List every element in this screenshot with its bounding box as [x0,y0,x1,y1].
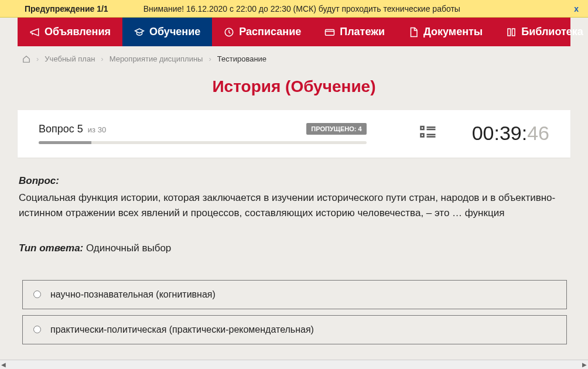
library-icon [506,27,517,37]
scroll-right-arrow[interactable]: ▶ [582,361,587,368]
question-list-button[interactable] [419,124,437,144]
home-icon[interactable] [22,55,30,63]
answer-type-value: Одиночный выбор [86,242,171,254]
status-card: Вопрос 5 из 30 ПРОПУЩЕНО: 4 00:39:46 [18,110,570,158]
timer-seconds: 46 [527,122,549,145]
breadcrumb-item[interactable]: Учебный план [45,54,95,63]
timer: 00:39:46 [472,122,549,145]
question-text: Социальная функция истории, которая закл… [19,190,570,221]
nav-library[interactable]: Библиотека [494,18,588,46]
answer-type: Тип ответа: Одиночный выбор [19,242,570,254]
list-icon [419,124,437,141]
document-icon [408,27,419,37]
answer-radio[interactable] [33,291,41,298]
card-icon [324,27,335,37]
alert-close-button[interactable]: x [570,4,582,13]
answer-option[interactable]: научно-познавательная (когнитивная) [22,280,567,309]
nav-label: Объявления [45,26,111,38]
breadcrumb-sep: › [101,54,103,63]
education-icon [134,27,145,37]
answer-type-label: Тип ответа: [19,242,83,254]
progress-bar [39,141,367,144]
question-counter: Вопрос 5 из 30 [39,123,106,135]
nav-announcements[interactable]: Объявления [18,18,122,46]
breadcrumb: › Учебный план › Мероприятие дисциплины … [0,46,588,71]
breadcrumb-item[interactable]: Мероприятие дисциплины [110,54,203,63]
answer-text: практически-политическая (практически-ре… [50,324,314,335]
breadcrumb-item-current: Тестирование [217,54,266,63]
question-content: Вопрос: Социальная функция истории, кото… [0,175,588,344]
nav-documents[interactable]: Документы [396,18,494,46]
page-title: История (Обучение) [0,77,588,96]
megaphone-icon [29,27,40,37]
alert-bar: Предупреждение 1/1 Внимание! 16.12.2020 … [0,0,588,18]
nav-label: Документы [423,26,483,38]
question-label: Вопрос: [19,175,570,187]
nav-education[interactable]: Обучение [122,18,212,46]
timer-main: 00:39: [472,122,528,145]
nav-label: Расписание [239,26,301,38]
answer-text: научно-познавательная (когнитивная) [50,289,216,300]
skipped-badge: ПРОПУЩЕНО: 4 [306,123,366,135]
horizontal-scrollbar[interactable]: ◀ ▶ [0,360,588,369]
question-current: Вопрос 5 [39,123,83,135]
breadcrumb-sep: › [208,54,211,63]
scroll-left-arrow[interactable]: ◀ [1,361,6,368]
clock-icon [224,27,234,37]
svg-rect-1 [326,29,334,35]
answers-list: научно-познавательная (когнитивная) прак… [19,280,570,344]
nav-schedule[interactable]: Расписание [212,18,313,46]
breadcrumb-sep: › [36,54,39,63]
question-total: из 30 [88,125,106,134]
svg-rect-2 [421,127,423,129]
answer-option[interactable]: практически-политическая (практически-ре… [22,315,567,344]
nav-payments[interactable]: Платежи [313,18,396,46]
nav-label: Платежи [340,26,385,38]
nav-label: Библиотека [521,26,583,38]
alert-title: Предупреждение 1/1 [25,4,108,13]
svg-rect-3 [421,134,423,136]
alert-text: Внимание! 16.12.2020 с 22:00 до 22:30 (М… [143,4,571,13]
main-nav: Объявления Обучение Расписание Платежи Д… [18,18,570,46]
progress-fill [39,141,91,144]
nav-label: Обучение [149,26,200,38]
answer-radio[interactable] [33,326,41,333]
progress-section: Вопрос 5 из 30 ПРОПУЩЕНО: 4 [39,123,367,144]
